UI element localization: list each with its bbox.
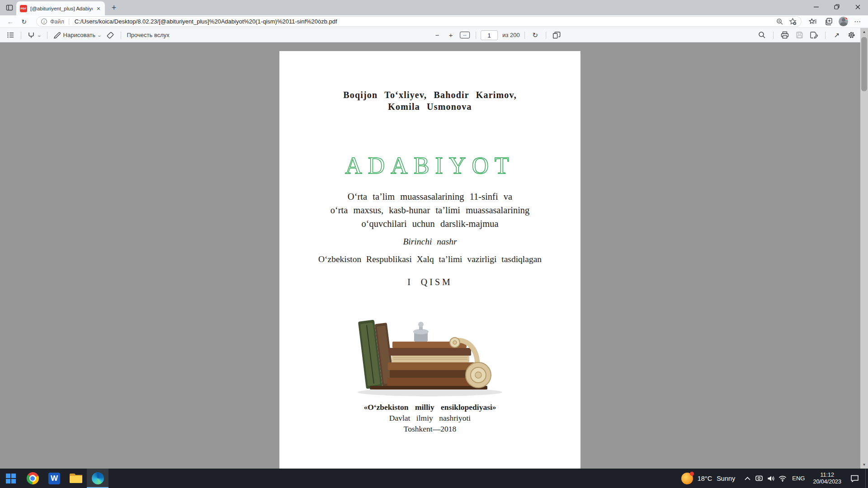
publisher-city-year: Toshkent—2018 bbox=[279, 424, 580, 434]
pdf-toolbar-left: ⌄ Нарисовать ⌄ Прочесть вслух bbox=[5, 29, 171, 41]
eraser-button[interactable] bbox=[104, 29, 116, 41]
meet-now-camera-icon[interactable] bbox=[753, 469, 765, 488]
print-icon[interactable] bbox=[779, 29, 791, 41]
save-as-icon[interactable] bbox=[808, 29, 820, 41]
browser-toolbar: ← ↻ i Файл C:/Users/koica/Desktop/8.02.2… bbox=[0, 15, 868, 28]
profile-avatar[interactable] bbox=[839, 17, 848, 26]
pdf-viewer: Boqijon To‘xliyev, Bahodir Karimov, Komi… bbox=[0, 42, 860, 469]
publisher-type: Davlat ilmiy nashriyoti bbox=[279, 413, 580, 423]
windows-logo-icon bbox=[6, 474, 16, 483]
zoom-in-button[interactable]: + bbox=[445, 29, 457, 41]
toolbar-divider bbox=[773, 32, 774, 39]
subtitle-line1: O‘rta ta’lim muassasalarining 11-sinfi v… bbox=[279, 190, 580, 203]
notification-center-icon[interactable] bbox=[846, 474, 863, 482]
toolbar-right-icons: ⋯ bbox=[806, 16, 864, 28]
clock-time: 11:12 bbox=[813, 472, 841, 479]
pdf-file-icon: PDF bbox=[20, 5, 27, 12]
taskbar: W 18°C Sunny ENG 11: bbox=[0, 469, 868, 488]
approval-line: O‘zbekiston Respublikasi Xalq ta’limi va… bbox=[279, 254, 580, 264]
window-close-button[interactable] bbox=[847, 0, 868, 14]
start-button[interactable] bbox=[0, 469, 22, 488]
toolbar-divider bbox=[546, 32, 546, 39]
scrollbar-thumb[interactable] bbox=[861, 37, 867, 91]
taskbar-explorer-icon[interactable] bbox=[65, 469, 87, 488]
clock-date: 20/04/2023 bbox=[813, 479, 841, 485]
address-divider bbox=[69, 19, 69, 25]
zoom-page-icon[interactable] bbox=[776, 18, 783, 25]
toolbar-divider bbox=[825, 32, 826, 39]
draw-button[interactable]: Нарисовать ⌄ bbox=[52, 29, 103, 41]
toolbar-divider bbox=[476, 32, 476, 39]
wifi-icon[interactable] bbox=[777, 469, 788, 488]
address-bar[interactable]: i Файл C:/Users/koica/Desktop/8.02.23/[@… bbox=[36, 16, 802, 27]
rotate-button[interactable]: ↻ bbox=[529, 29, 541, 41]
page-view-button[interactable] bbox=[551, 29, 562, 41]
toolbar-divider bbox=[47, 32, 47, 39]
weather-alert-dot bbox=[690, 472, 694, 476]
book-title: ADABIYOT bbox=[279, 152, 580, 179]
chevron-down-icon: ⌄ bbox=[37, 33, 42, 38]
taskbar-chrome-icon[interactable] bbox=[22, 469, 43, 488]
weather-temperature: 18°C bbox=[698, 475, 712, 482]
pdf-toolbar: ⌄ Нарисовать ⌄ Прочесть вслух − + ↔ 1 из… bbox=[0, 28, 868, 42]
weather-sun-icon bbox=[681, 473, 693, 484]
new-tab-button[interactable]: + bbox=[108, 1, 120, 14]
authors-line2: Komila Usmonova bbox=[279, 101, 580, 113]
pdf-page: Boqijon To‘xliyev, Bahodir Karimov, Komi… bbox=[279, 51, 580, 469]
weather-condition: Sunny bbox=[717, 475, 735, 482]
tray-chevron-up-icon[interactable] bbox=[741, 469, 753, 488]
pdf-toolbar-center: − + ↔ 1 из 200 ↻ bbox=[431, 28, 562, 42]
pdf-settings-gear-icon[interactable] bbox=[845, 29, 857, 41]
weather-widget[interactable]: 18°C Sunny bbox=[675, 469, 742, 488]
part-label: I QISM bbox=[279, 277, 580, 287]
read-aloud-button[interactable]: Прочесть вслух bbox=[126, 29, 171, 41]
read-aloud-label: Прочесть вслух bbox=[127, 32, 170, 38]
tab-title: [@abituriyent_plus] Adabiyot (1- bbox=[30, 6, 93, 11]
taskbar-edge-icon[interactable] bbox=[87, 469, 108, 488]
address-url[interactable]: C:/Users/koica/Desktop/8.02.23/[@abituri… bbox=[75, 18, 771, 25]
profile-notification-dot bbox=[845, 17, 848, 20]
clock-widget[interactable]: 11:12 20/04/2023 bbox=[808, 472, 846, 485]
favorites-icon[interactable] bbox=[806, 16, 820, 28]
search-document-icon[interactable] bbox=[756, 29, 768, 41]
fullscreen-icon[interactable]: ↗ bbox=[831, 29, 843, 41]
language-indicator[interactable]: ENG bbox=[788, 475, 808, 482]
window-restore-button[interactable] bbox=[826, 0, 847, 14]
refresh-button[interactable]: ↻ bbox=[17, 16, 31, 27]
scroll-down-icon[interactable]: ▼ bbox=[860, 461, 868, 469]
table-of-contents-icon[interactable] bbox=[5, 29, 16, 41]
tab-close-icon[interactable]: × bbox=[96, 5, 101, 12]
browser-menu-icon[interactable]: ⋯ bbox=[851, 16, 864, 28]
show-desktop-button[interactable] bbox=[865, 469, 868, 488]
chevron-down-icon: ⌄ bbox=[97, 33, 102, 38]
scroll-up-icon[interactable]: ▲ bbox=[860, 28, 868, 36]
page-total-label: из 200 bbox=[502, 32, 520, 38]
fit-to-width-button[interactable]: ↔ bbox=[458, 29, 471, 41]
browser-tabstrip: PDF [@abituriyent_plus] Adabiyot (1- × + bbox=[0, 0, 868, 15]
pdf-toolbar-right: ↗ bbox=[756, 28, 857, 42]
back-button[interactable]: ← bbox=[4, 16, 17, 27]
vertical-scrollbar[interactable]: ▲ ▼ bbox=[860, 28, 868, 469]
subtitle-line2: o‘rta maxsus, kasb-hunar ta’limi muassas… bbox=[279, 203, 580, 217]
volume-icon[interactable] bbox=[765, 469, 777, 488]
page-number-input[interactable]: 1 bbox=[481, 30, 498, 40]
desktop: PDF [@abituriyent_plus] Adabiyot (1- × +… bbox=[0, 0, 868, 488]
file-scheme-label: Файл bbox=[50, 19, 64, 25]
toolbar-divider bbox=[21, 32, 21, 39]
browser-tab[interactable]: PDF [@abituriyent_plus] Adabiyot (1- × bbox=[16, 1, 105, 15]
taskbar-word-icon[interactable]: W bbox=[43, 469, 65, 488]
subtitle-line3: o‘quvchilari uchun darslik-majmua bbox=[279, 217, 580, 230]
zoom-out-button[interactable]: − bbox=[431, 29, 443, 41]
authors-line1: Boqijon To‘xliyev, Bahodir Karimov, bbox=[279, 89, 580, 101]
window-controls bbox=[806, 0, 868, 14]
taskbar-tray: 18°C Sunny ENG 11:12 20/04/2023 bbox=[675, 469, 868, 488]
tab-actions-button[interactable] bbox=[3, 1, 16, 14]
publisher-name: «O‘zbekiston milliy ensiklopediyasi» bbox=[279, 403, 580, 412]
toolbar-divider bbox=[121, 32, 121, 39]
highlighter-button[interactable]: ⌄ bbox=[26, 29, 42, 41]
toolbar-divider bbox=[524, 32, 525, 39]
page-info-icon[interactable]: i bbox=[41, 19, 47, 24]
window-minimize-button[interactable] bbox=[806, 0, 826, 14]
add-favorite-icon[interactable] bbox=[789, 18, 797, 25]
collections-icon[interactable] bbox=[822, 16, 836, 28]
